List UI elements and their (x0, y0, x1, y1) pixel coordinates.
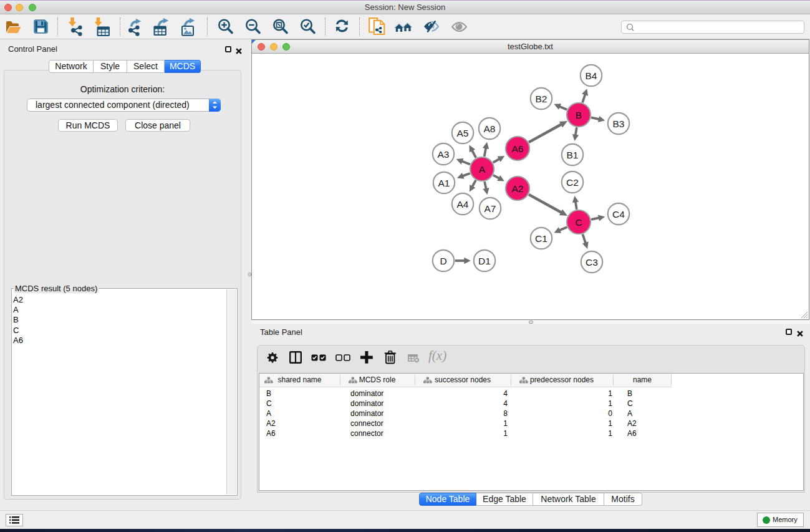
svg-text:A8: A8 (484, 123, 496, 134)
svg-text:B2: B2 (536, 94, 547, 104)
svg-text:C: C (575, 217, 582, 228)
svg-text:D: D (440, 256, 446, 266)
svg-text:A6: A6 (512, 143, 524, 154)
svg-text:A4: A4 (457, 199, 469, 210)
svg-text:A: A (479, 164, 486, 175)
svg-text:A1: A1 (438, 178, 450, 188)
svg-text:B: B (576, 110, 582, 120)
svg-text:C1: C1 (535, 233, 547, 244)
svg-text:A7: A7 (485, 203, 496, 214)
svg-text:A2: A2 (512, 183, 524, 194)
svg-text:C2: C2 (566, 177, 579, 188)
svg-text:B4: B4 (586, 70, 597, 81)
svg-text:C4: C4 (612, 209, 625, 220)
svg-text:D1: D1 (478, 256, 491, 266)
svg-text:C3: C3 (586, 257, 598, 268)
svg-text:B1: B1 (567, 150, 579, 160)
svg-text:B3: B3 (613, 118, 625, 129)
svg-text:A5: A5 (457, 128, 469, 138)
svg-text:f(x): f(x) (428, 350, 446, 363)
svg-text:A3: A3 (438, 149, 450, 160)
